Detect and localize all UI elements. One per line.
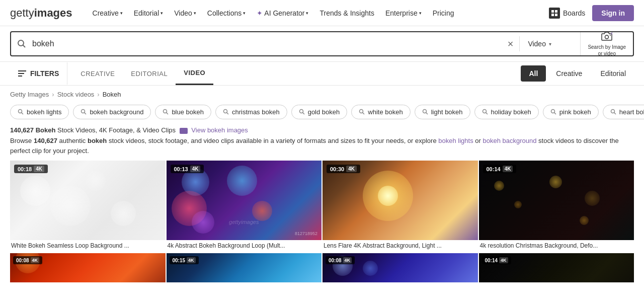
view-images-link[interactable]: View bokeh images [191,126,248,134]
video-badge-3: 00:30 4K [327,165,360,173]
svg-line-5 [23,45,26,48]
svg-line-14 [167,113,169,115]
video-item-4[interactable]: 00:14 4K 4k resolution Christmas Backgro… [479,161,634,251]
sparkle-icon: ✦ [257,9,263,17]
results-desc-keyword: bokeh [88,137,107,144]
video-item-2[interactable]: gettyimages 812718952 00:13 4K 4k Abstra… [167,161,322,251]
video-title-3: Lens Flare 4K Abstract Background, Light… [323,240,478,251]
video-badge-8: 00:14 4K [482,256,511,264]
nav-item-ai-generator[interactable]: ✦ AI Generator ▾ [252,6,313,20]
video-badge-7: 00:08 4K [326,256,355,264]
results-desc-count: 140,627 [34,137,57,144]
boards-icon [549,8,560,19]
view-icon [180,128,188,134]
search-bar: × Video ▾ 4 Search by Imageor video [0,26,644,62]
search-icon [18,109,24,115]
search-icon [80,109,87,115]
video-item-5[interactable]: 00:08 4K [10,253,166,282]
filters-button[interactable]: FILTERS [10,62,67,85]
filter-all-button[interactable]: All [521,65,546,82]
search-icon [299,109,305,115]
video-item-8[interactable]: 00:14 4K [479,253,634,282]
chip-blue-bokeh[interactable]: blue bokeh [155,105,211,119]
nav-item-video[interactable]: Video ▾ [169,6,201,20]
search-icon [17,39,26,48]
svg-line-24 [486,113,488,115]
chip-white-bokeh[interactable]: white bokeh [351,105,410,119]
nav-item-enterprise[interactable]: Enterprise ▾ [380,6,427,20]
svg-rect-3 [555,14,557,16]
desc-link1[interactable]: bokeh lights [438,137,473,144]
search-icon [610,109,616,115]
breadcrumb-sep: › [52,91,54,98]
search-type-selector[interactable]: Video ▾ [520,40,580,48]
svg-point-13 [164,110,167,113]
chip-pink-bokeh[interactable]: pink bokeh [543,105,599,119]
search-icon [223,109,229,115]
chip-bokeh-lights[interactable]: bokeh lights [10,105,69,119]
chip-light-bokeh[interactable]: light bokeh [415,105,470,119]
svg-rect-1 [555,10,557,13]
nav-item-creative[interactable]: Creative ▾ [88,6,128,20]
boards-button[interactable]: Boards [549,8,585,19]
tab-creative[interactable]: CREATIVE [72,63,123,85]
svg-line-10 [22,113,24,115]
svg-point-6 [605,35,609,39]
chevron-down-icon: ▾ [419,11,422,16]
svg-point-19 [360,110,363,113]
chevron-down-icon: ▾ [194,11,196,16]
chips-row: bokeh lights bokeh background blue bokeh… [0,103,644,124]
chip-bokeh-background[interactable]: bokeh background [73,105,151,119]
tab-video[interactable]: VIDEO [176,62,213,85]
video-grid-row2: 00:08 4K 00:15 4K 00:08 4K 00:14 4K [0,252,644,282]
sign-in-button[interactable]: Sign in [592,5,634,21]
chip-holiday-bokeh[interactable]: holiday bokeh [474,105,539,119]
svg-line-28 [614,113,616,115]
svg-point-27 [611,110,614,113]
filter-editorial-button[interactable]: Editorial [592,65,634,82]
video-item-7[interactable]: 00:08 4K [323,253,478,282]
svg-line-16 [227,113,229,115]
video-item-6[interactable]: 00:15 4K [167,253,322,282]
results-count: 140,627 [10,126,34,134]
chip-heart-bokeh[interactable]: heart bokeh [603,105,644,119]
nav-item-collections[interactable]: Collections ▾ [202,6,251,20]
filter-creative-button[interactable]: Creative [548,65,590,82]
chip-gold-bokeh[interactable]: gold bokeh [291,105,348,119]
video-grid: 00:18 4K White Bokeh Seamless Loop Backg… [0,159,644,251]
boards-label: Boards [563,9,585,17]
results-keyword: Bokeh [36,126,57,134]
video-badge-4: 00:14 4K [483,165,517,173]
svg-line-12 [85,113,87,115]
search-icon [482,109,488,115]
svg-point-21 [423,110,426,113]
desc-link2[interactable]: bokeh background [482,137,536,144]
breadcrumb: Getty Images › Stock videos › Bokeh [0,86,644,103]
svg-point-25 [551,110,554,113]
search-clear-button[interactable]: × [502,39,520,49]
camera-icon: 4 [601,31,612,43]
header-right: Boards Sign in [549,5,634,21]
search-icon [163,109,169,115]
search-by-image-button[interactable]: 4 Search by Imageor video [580,32,633,55]
svg-line-22 [426,113,428,115]
svg-point-15 [224,110,227,113]
tab-editorial[interactable]: EDITORIAL [123,63,176,85]
search-input[interactable] [32,39,502,48]
video-item-3[interactable]: 00:30 4K Lens Flare 4K Abstract Backgrou… [323,161,478,251]
nav-item-trends[interactable]: Trends & Insights [314,6,379,20]
nav-item-editorial[interactable]: Editorial ▾ [129,6,169,20]
video-badge-6: 00:15 4K [170,256,199,264]
svg-line-26 [554,113,556,115]
results-count-line: 140,627 Bokeh Stock Videos, 4K Footage, … [10,126,634,134]
results-type: Stock Videos, 4K Footage, & Video Clips [57,126,176,134]
nav-item-pricing[interactable]: Pricing [428,6,459,20]
logo[interactable]: gettyimages [10,7,72,20]
video-item-1[interactable]: 00:18 4K White Bokeh Seamless Loop Backg… [10,161,166,251]
search-icon-wrap [11,39,32,48]
svg-line-18 [302,113,304,115]
breadcrumb-home[interactable]: Getty Images [10,91,49,98]
svg-point-23 [482,110,486,113]
breadcrumb-stock-videos[interactable]: Stock videos [57,91,95,98]
chip-christmas-bokeh[interactable]: christmas bokeh [215,105,287,119]
